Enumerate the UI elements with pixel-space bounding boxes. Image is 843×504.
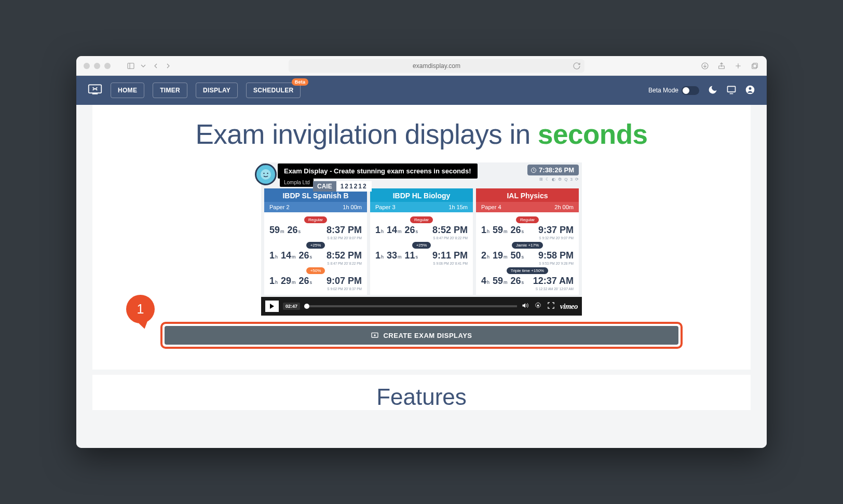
titlebar: examdisplay.com <box>76 56 767 76</box>
tabs-icon[interactable] <box>750 61 759 71</box>
video-scrubber[interactable] <box>304 305 517 307</box>
sidebar-toggle-icon[interactable] <box>126 61 135 71</box>
callout-wrap: 1 CREATE EXAM DISPLAYS <box>160 322 683 349</box>
display-icon[interactable] <box>726 85 737 97</box>
play-icon[interactable] <box>265 301 279 312</box>
nav-timer[interactable]: TIMER <box>153 83 187 98</box>
exam-card: IBDP SL Spanish BPaper 21h 00mRegular59m… <box>264 188 367 295</box>
svg-point-14 <box>749 87 752 90</box>
beta-mode-label: Beta Mode <box>648 86 699 95</box>
callout-highlight: CREATE EXAM DISPLAYS <box>160 322 683 349</box>
clock-badge: 7:38:26 PM <box>527 165 579 175</box>
video-time: 02:47 <box>283 303 300 310</box>
fullscreen-icon[interactable] <box>547 302 555 311</box>
url-text: examdisplay.com <box>413 62 460 70</box>
volume-icon[interactable] <box>521 302 529 311</box>
vimeo-logo[interactable]: vimeo <box>560 302 578 311</box>
traffic-lights[interactable] <box>84 63 111 69</box>
page-headline: Exam invigilation displays in seconds <box>195 118 647 150</box>
svg-marker-19 <box>270 304 274 309</box>
address-bar[interactable]: examdisplay.com <box>177 59 696 73</box>
svg-rect-11 <box>728 86 736 92</box>
features-heading: Features <box>92 384 751 410</box>
back-icon[interactable] <box>151 61 160 71</box>
browser-window: examdisplay.com HOME TIMER DISPLAY SCHED… <box>76 56 767 448</box>
exam-card: IAL PhysicsPaper 42h 00mRegular1h 59m 26… <box>476 188 579 295</box>
share-icon[interactable] <box>717 61 726 71</box>
page-content: Exam invigilation displays in seconds Ex… <box>76 105 767 448</box>
settings-icon[interactable] <box>534 302 542 311</box>
video-avatar-icon <box>255 164 277 185</box>
callout-marker: 1 <box>126 295 155 323</box>
beta-mode-toggle[interactable] <box>682 86 699 95</box>
download-icon[interactable] <box>700 61 710 71</box>
board-pills: CAIE121212 <box>313 181 372 192</box>
account-icon[interactable] <box>745 85 755 97</box>
app-navbar: HOME TIMER DISPLAY SCHEDULERBeta Beta Mo… <box>76 76 767 105</box>
svg-point-20 <box>537 304 539 306</box>
video-controls[interactable]: 02:47 vimeo <box>261 297 582 316</box>
exam-card: IBDP HL BiologyPaper 31h 15mRegular1h 14… <box>370 188 473 295</box>
brand-logo-icon[interactable] <box>88 83 102 98</box>
video-title-tooltip: Exam Display - Create stunning exam scre… <box>278 164 478 179</box>
nav-display[interactable]: DISPLAY <box>196 83 238 98</box>
nav-home[interactable]: HOME <box>111 83 144 98</box>
nav-scheduler[interactable]: SCHEDULERBeta <box>246 83 301 98</box>
svg-point-17 <box>267 173 268 174</box>
reload-icon[interactable] <box>572 61 581 71</box>
create-exam-displays-button[interactable]: CREATE EXAM DISPLAYS <box>165 326 678 345</box>
beta-badge: Beta <box>292 78 309 86</box>
svg-rect-0 <box>128 63 134 69</box>
hero-section: Exam invigilation displays in seconds Ex… <box>92 105 751 370</box>
mini-toolbar: ⊞☾◐⚙Q3⟳ <box>539 177 579 182</box>
svg-point-15 <box>261 169 271 180</box>
dark-mode-icon[interactable] <box>708 85 718 97</box>
svg-rect-7 <box>753 63 758 67</box>
features-section: Features <box>92 375 751 410</box>
video-preview: Exam Display - Create stunning exam scre… <box>261 162 582 316</box>
svg-rect-8 <box>752 64 757 69</box>
forward-icon[interactable] <box>164 61 173 71</box>
new-tab-icon[interactable] <box>733 61 743 71</box>
chevron-down-icon[interactable] <box>139 61 148 71</box>
svg-point-16 <box>263 173 264 174</box>
video-author-tooltip: Lompla Ltd <box>280 178 314 187</box>
